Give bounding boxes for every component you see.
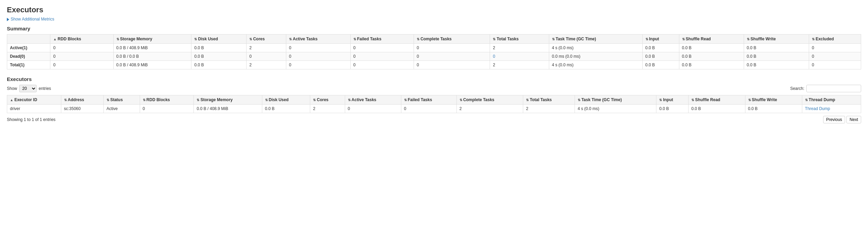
summary-cell: 0 [350, 44, 414, 52]
executor-address: sc:35060 [61, 105, 103, 113]
summary-col-complete-tasks[interactable]: ⇅Complete Tasks [414, 35, 490, 44]
summary-cell: 0.0 B [191, 52, 247, 61]
summary-cell: 0.0 B [642, 44, 679, 52]
executor-cores: 2 [310, 105, 345, 113]
exec-col-rdd-blocks[interactable]: ⇅RDD Blocks [140, 95, 194, 105]
summary-cell: 0.0 ms (0.0 ms) [549, 52, 642, 61]
summary-col-input[interactable]: ⇅Input [642, 35, 679, 44]
sort-icon: ⇅ [682, 37, 685, 41]
summary-cell: 0.0 B [679, 52, 744, 61]
entries-select[interactable]: 10 20 50 100 [19, 85, 37, 92]
exec-col-status[interactable]: ⇅Status [103, 95, 140, 105]
sort-icon: ⇅ [313, 98, 316, 102]
executor-row: driversc:35060Active00.0 B / 408.9 MiB0.… [7, 105, 861, 113]
summary-col-excluded[interactable]: ⇅Excluded [809, 35, 861, 44]
summary-cell: 0.0 B [642, 61, 679, 69]
summary-col-total-tasks[interactable]: ⇅Total Tasks [490, 35, 549, 44]
sort-icon: ⇅ [645, 37, 648, 41]
executor-shuffle-read: 0.0 B [689, 105, 745, 113]
exec-col-failed-tasks[interactable]: ⇅Failed Tasks [401, 95, 456, 105]
summary-col-disk-used[interactable]: ⇅Disk Used [191, 35, 247, 44]
summary-col-task-time-(gc-time)[interactable]: ⇅Task Time (GC Time) [549, 35, 642, 44]
executor-active-tasks: 0 [345, 105, 401, 113]
executor-shuffle-write: 0.0 B [745, 105, 802, 113]
executor-thread-dump[interactable]: Thread Dump [802, 105, 861, 113]
summary-col-active-tasks[interactable]: ⇅Active Tasks [286, 35, 350, 44]
next-button[interactable]: Next [846, 116, 861, 123]
exec-col-cores[interactable]: ⇅Cores [310, 95, 345, 105]
summary-cell: 0 [50, 61, 113, 69]
summary-cell: 0 [350, 52, 414, 61]
summary-col-cores[interactable]: ⇅Cores [247, 35, 286, 44]
executor-rdd-blocks: 0 [140, 105, 194, 113]
summary-row: Total(1)00.0 B / 408.9 MiB0.0 B200024 s … [7, 61, 861, 69]
summary-cell: 0 [490, 52, 549, 61]
exec-col-thread-dump[interactable]: ⇅Thread Dump [802, 95, 861, 105]
summary-row-label: Active(1) [7, 44, 50, 52]
sort-icon: ⇅ [552, 37, 555, 41]
executors-tbody: driversc:35060Active00.0 B / 408.9 MiB0.… [7, 105, 861, 113]
exec-col-shuffle-read[interactable]: ⇅Shuffle Read [689, 95, 745, 105]
summary-cell: 0.0 B [191, 61, 247, 69]
summary-header-row: ▲RDD Blocks⇅Storage Memory⇅Disk Used⇅Cor… [7, 35, 861, 44]
sort-icon: ⇅ [197, 98, 199, 102]
sort-icon: ⇅ [249, 37, 252, 41]
summary-tbody: Active(1)00.0 B / 408.9 MiB0.0 B200024 s… [7, 44, 861, 69]
summary-col-rdd-blocks[interactable]: ▲RDD Blocks [50, 35, 113, 44]
executor-total-tasks: 2 [523, 105, 575, 113]
search-box: Search: [790, 85, 861, 92]
exec-col-complete-tasks[interactable]: ⇅Complete Tasks [456, 95, 523, 105]
exec-col-total-tasks[interactable]: ⇅Total Tasks [523, 95, 575, 105]
summary-cell: 0 [286, 44, 350, 52]
sort-icon: ⇅ [143, 98, 146, 102]
thread-dump-link[interactable]: Thread Dump [805, 106, 830, 111]
showing-entries: Showing 1 to 1 of 1 entries [7, 117, 55, 122]
sort-icon: ⇅ [805, 98, 808, 102]
sort-icon: ⇅ [353, 37, 356, 41]
page-title: Executors [7, 5, 861, 14]
summary-cell: 4 s (0.0 ms) [549, 44, 642, 52]
sort-icon: ⇅ [578, 98, 580, 102]
summary-cell: 0 [350, 61, 414, 69]
summary-cell: 0.0 B [642, 52, 679, 61]
summary-section-title: Summary [7, 26, 861, 31]
sort-icon: ⇅ [265, 98, 268, 102]
table-controls: Show 10 20 50 100 entries Search: [7, 85, 861, 92]
summary-table: ▲RDD Blocks⇅Storage Memory⇅Disk Used⇅Cor… [7, 34, 861, 69]
dead-total-tasks-link[interactable]: 0 [493, 54, 495, 59]
exec-col-address[interactable]: ⇅Address [61, 95, 103, 105]
pagination: Previous Next [823, 116, 861, 123]
sort-icon: ⇅ [404, 98, 407, 102]
sort-icon: ⇅ [116, 37, 119, 41]
summary-row-label: Total(1) [7, 61, 50, 69]
executors-table: ▲Executor ID⇅Address⇅Status⇅RDD Blocks⇅S… [7, 95, 861, 113]
summary-cell: 4 s (0.0 ms) [549, 61, 642, 69]
show-metrics-link[interactable]: Show Additional Metrics [7, 17, 54, 22]
summary-row: Dead(0)00.0 B / 0.0 B0.0 B000000.0 ms (0… [7, 52, 861, 61]
summary-col-failed-tasks[interactable]: ⇅Failed Tasks [350, 35, 414, 44]
sort-icon: ⇅ [493, 37, 495, 41]
exec-col-shuffle-write[interactable]: ⇅Shuffle Write [745, 95, 802, 105]
summary-cell: 0 [414, 61, 490, 69]
exec-col-executor-id[interactable]: ▲Executor ID [7, 95, 61, 105]
summary-cell: 0 [809, 44, 861, 52]
summary-cell: 0.0 B / 408.9 MiB [113, 44, 191, 52]
exec-col-task-time--gc-time-[interactable]: ⇅Task Time (GC Time) [575, 95, 656, 105]
summary-col-shuffle-read[interactable]: ⇅Shuffle Read [679, 35, 744, 44]
executor-task-time: 4 s (0.0 ms) [575, 105, 656, 113]
sort-icon: ⇅ [289, 37, 292, 41]
exec-col-input[interactable]: ⇅Input [656, 95, 689, 105]
summary-cell: 0 [286, 61, 350, 69]
search-input[interactable] [806, 85, 861, 92]
exec-col-storage-memory[interactable]: ⇅Storage Memory [194, 95, 262, 105]
summary-col-shuffle-write[interactable]: ⇅Shuffle Write [744, 35, 809, 44]
previous-button[interactable]: Previous [823, 116, 845, 123]
executor-disk-used: 0.0 B [262, 105, 310, 113]
exec-col-active-tasks[interactable]: ⇅Active Tasks [345, 95, 401, 105]
summary-cell: 0.0 B [191, 44, 247, 52]
summary-cell: 0 [50, 44, 113, 52]
exec-col-disk-used[interactable]: ⇅Disk Used [262, 95, 310, 105]
sort-icon: ⇅ [659, 98, 662, 102]
summary-col-storage-memory[interactable]: ⇅Storage Memory [113, 35, 191, 44]
sort-icon: ⇅ [748, 98, 751, 102]
